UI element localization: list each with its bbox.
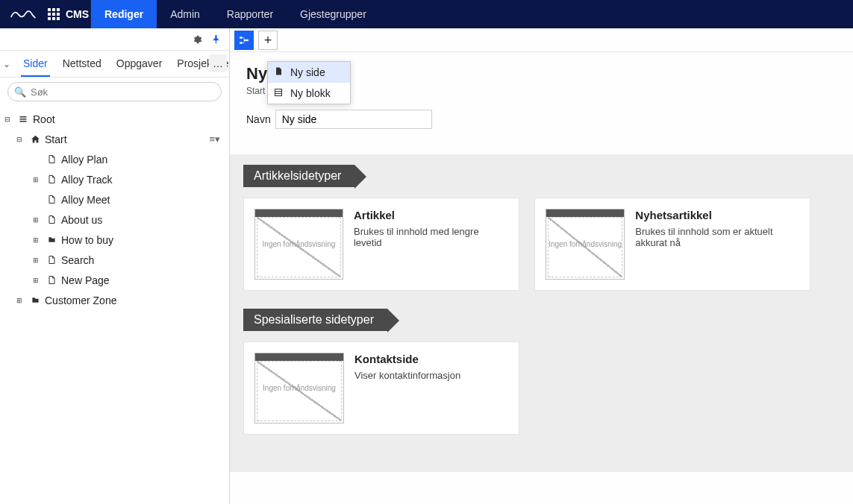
expand-icon[interactable]: ⊞ [33,236,42,244]
add-content-button[interactable]: + [258,31,278,50]
nav-tab-rapporter[interactable]: Rapporter [213,0,287,28]
pin-icon[interactable] [207,31,225,48]
list-icon [17,115,29,124]
expand-icon[interactable]: ⊞ [33,277,42,284]
name-input[interactable] [275,110,432,129]
tree-node[interactable]: ⊞Customer Zone [0,290,229,310]
content-toolbar: + [230,28,853,52]
card-desc: Viser kontaktinformasjon [354,370,460,381]
node-menu-icon[interactable]: ≡▾ [209,133,225,145]
expand-icon[interactable]: ⊞ [16,297,25,304]
content-area: + Ny sideNy blokk Ny Start Navn Artikkel… [230,28,853,504]
tree-node[interactable]: ⊞How to buy [0,230,229,250]
category-label: Artikkelsidetyper [243,165,354,187]
page-icon [46,154,57,164]
panel-tool-row [0,28,229,51]
epi-logo[interactable] [0,0,46,28]
left-tab-oppgaver[interactable]: Oppgaver [114,51,164,77]
tree-label: How to buy [61,234,113,246]
left-tab-sider[interactable]: Sider [21,51,50,77]
page-type-card[interactable]: Ingen forhåndsvisningKontaktsideViser ko… [243,341,519,435]
tree-label: Alloy Meet [61,194,110,206]
card-desc: Brukes til innhold med lengre levetid [354,226,508,248]
add-content-menu: Ny sideNy blokk [267,61,351,104]
tree-label: Alloy Plan [61,154,107,166]
svg-rect-1 [20,119,27,120]
chevron-down-icon[interactable]: ⌄ [3,59,10,69]
block-icon [274,87,284,99]
add-menu-label: Ny side [290,66,325,78]
name-label: Navn [246,113,271,125]
card-title: Nyhetsartikkel [635,209,799,221]
search-box[interactable]: 🔍 [7,82,222,101]
grid-icon [48,8,60,20]
add-menu-label: Ny blokk [290,87,331,99]
svg-rect-2 [20,121,27,122]
tree-node[interactable]: ⊞New Page [0,270,229,290]
tree-node[interactable]: ⊞About us [0,210,229,230]
thumbnail: Ingen forhåndsvisning [254,353,344,423]
tree-node[interactable]: ⊞Search [0,250,229,270]
left-panel: ⌄ SiderNettstedOppgaverProsjektele … 🔍 ⊟… [0,28,230,504]
svg-rect-3 [240,37,243,38]
tree-node[interactable]: Alloy Meet [0,189,229,210]
category-label: Spesialiserte sidetyper [243,309,387,331]
expand-icon[interactable]: ⊞ [33,256,42,264]
top-nav: CMS RedigerAdminRapporterGjestegrupper [0,0,853,28]
tree-label: Root [33,113,55,125]
svg-rect-4 [240,42,243,43]
page-icon [46,275,57,285]
tree-node[interactable]: Alloy Plan [0,149,229,169]
svg-rect-0 [20,116,27,118]
page-icon [46,255,57,265]
search-icon: 🔍 [14,86,26,98]
tree-label: Search [61,254,94,266]
search-input[interactable] [31,86,215,98]
tree-node[interactable]: ⊞Alloy Track [0,169,229,189]
expand-icon[interactable]: ⊞ [33,176,42,183]
nav-tab-gjestegrupper[interactable]: Gjestegrupper [287,0,380,28]
page-type-card[interactable]: Ingen forhåndsvisningNyhetsartikkelBruke… [534,198,810,291]
brand-label: CMS [66,8,89,20]
tree-node[interactable]: ⊟Start≡▾ [0,129,229,149]
home-icon [29,134,41,144]
page-type-card[interactable]: Ingen forhåndsvisningArtikkelBrukes til … [243,198,519,291]
page-tree: ⊟Root⊟Start≡▾Alloy Plan⊞Alloy TrackAlloy… [0,106,229,313]
page-icon [46,195,57,204]
tree-label: Start [45,133,67,145]
page-icon [274,66,284,78]
page-icon [46,174,57,184]
tree-label: Customer Zone [45,294,116,306]
card-title: Artikkel [354,209,508,221]
svg-rect-5 [244,39,249,40]
card-desc: Brukes til innhold som er aktuelt akkura… [635,226,799,248]
category-section: Spesialiserte sidetyperIngen forhåndsvis… [230,298,853,442]
expand-icon[interactable]: ⊞ [33,216,42,224]
gear-icon[interactable] [188,31,206,48]
expand-icon[interactable]: ⊟ [16,136,25,143]
tree-label: New Page [61,274,110,286]
tree-label: Alloy Track [61,174,112,186]
folder-icon [46,236,57,244]
apps-menu-button[interactable]: CMS [46,0,91,28]
more-tabs-button[interactable]: … [209,54,227,72]
thumbnail: Ingen forhåndsvisning [546,209,625,280]
nav-tab-rediger[interactable]: Rediger [91,0,157,28]
card-title: Kontaktside [354,353,460,365]
add-menu-item[interactable]: Ny side [268,62,350,83]
folder-icon [29,296,41,304]
thumbnail: Ingen forhåndsvisning [254,209,343,280]
left-tab-nettsted[interactable]: Nettsted [60,51,104,77]
tree-node[interactable]: ⊟Root [0,109,229,129]
category-section: ArtikkelsidetyperIngen forhåndsvisningAr… [230,154,853,298]
nav-tab-admin[interactable]: Admin [157,0,213,28]
expand-icon[interactable]: ⊟ [4,116,13,123]
left-tabs: ⌄ SiderNettstedOppgaverProsjektele … [0,51,229,78]
tree-toggle-button[interactable] [234,31,254,50]
tree-label: About us [61,214,102,226]
add-menu-item[interactable]: Ny blokk [268,83,350,104]
svg-rect-6 [275,89,282,96]
page-icon [46,215,57,224]
